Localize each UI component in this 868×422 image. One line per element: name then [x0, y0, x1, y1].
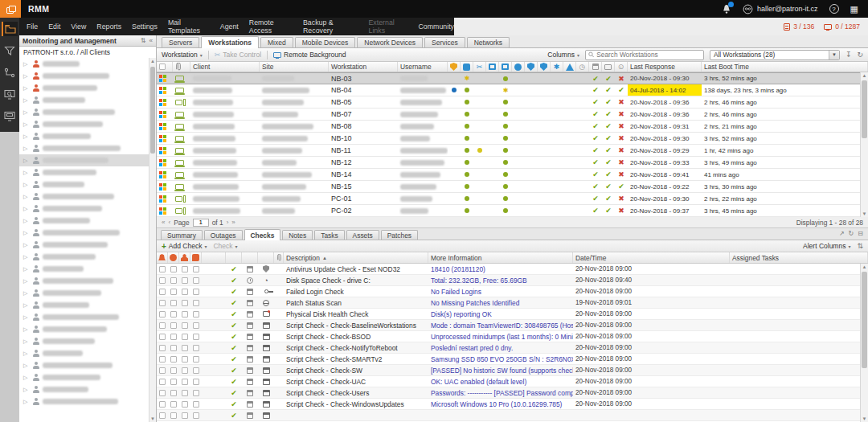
alert-checkbox[interactable] [170, 390, 177, 396]
last-boot-column-header[interactable]: Last Boot Time [702, 62, 868, 72]
panel-tab-outages[interactable]: Outages [204, 230, 243, 240]
alert-checkbox[interactable] [170, 334, 177, 340]
client-item[interactable]: ▷ [19, 82, 149, 94]
web-protection-column-icon[interactable] [512, 62, 525, 72]
workstation-row[interactable]: NB-11✔✔✖20-Nov-2018 - 09:291 hr, 42 mins… [157, 145, 860, 157]
client-item[interactable]: ▷ [19, 383, 149, 395]
alert-checkbox[interactable] [182, 401, 188, 408]
alert-checkbox[interactable] [159, 367, 166, 374]
rmm-logo-icon[interactable] [0, 0, 21, 18]
check-row[interactable]: ✔◔Disk Space Check - drive C:Total: 232.… [157, 275, 860, 286]
client-item[interactable]: ▷ [19, 335, 149, 347]
expand-caret-icon[interactable]: ▷ [23, 399, 29, 405]
sidebar-scrollbar[interactable]: ▲ ▼ [149, 58, 156, 422]
refresh-icon[interactable]: ↻ [857, 51, 863, 59]
help-icon[interactable]: ? [829, 4, 839, 14]
tab-networks[interactable]: Networks [467, 37, 510, 47]
check-row[interactable]: ✔Script Check - Check-SW[PASSED] No hist… [157, 365, 860, 376]
workstation-row[interactable]: NB-10✔✔✖20-Nov-2018 - 09:303 hrs, 52 min… [157, 133, 860, 145]
tab-services[interactable]: Services [424, 37, 465, 47]
add-check-button[interactable]: + Add Check ▾ [162, 242, 207, 251]
last-page-icon[interactable]: » [231, 219, 235, 226]
expand-caret-icon[interactable]: ▷ [23, 242, 29, 248]
alert-checkbox[interactable] [193, 300, 199, 306]
check-more-information-link[interactable]: Passwords: ----------- [PASSED] Password… [428, 387, 573, 398]
check-more-information-link[interactable]: Samsung SSD 850 EVO 250GB S/N : S2R6N0X4… [428, 354, 573, 364]
expand-caret-icon[interactable]: ▷ [23, 290, 29, 297]
file-transfer-column-icon[interactable] [499, 62, 512, 72]
client-item[interactable]: ▷ [19, 118, 149, 130]
scroll-down-icon[interactable]: ▼ [861, 416, 868, 421]
client-item[interactable]: ▷ [19, 227, 149, 239]
scroll-down-icon[interactable]: ▼ [149, 416, 156, 421]
menu-file[interactable]: File [27, 23, 38, 31]
workstations-count-group[interactable]: 0 / 1287 [824, 23, 860, 31]
expand-caret-icon[interactable]: ▷ [23, 61, 29, 68]
alert-checkbox[interactable] [170, 401, 177, 408]
workstation-filter-select[interactable]: All Workstations (28) ▼ [710, 50, 840, 60]
notes-column-header[interactable] [173, 62, 190, 72]
alert-checkbox[interactable] [182, 356, 188, 363]
alert-checkbox[interactable] [193, 356, 199, 363]
check-row[interactable]: ✔Script Check - Check-WindowsUpdatesMicr… [157, 399, 860, 410]
alert-checkbox[interactable] [193, 311, 199, 318]
alert-checkbox[interactable] [182, 334, 188, 340]
scroll-up-icon[interactable]: ▲ [861, 264, 868, 269]
alert-checkbox[interactable] [159, 334, 166, 340]
panel-tab-notes[interactable]: Notes [282, 230, 313, 240]
tab-mixed[interactable]: Mixed [260, 37, 293, 47]
workstation-row[interactable]: NB-05✔✔✖20-Nov-2018 - 09:362 hrs, 46 min… [157, 96, 860, 109]
menu-reports[interactable]: Reports [96, 23, 121, 31]
alert-checkbox[interactable] [159, 322, 166, 329]
scrollbar-thumb[interactable] [862, 80, 867, 138]
alert-checkbox[interactable] [193, 266, 199, 272]
panel-tab-assets[interactable]: Assets [346, 230, 379, 240]
client-item[interactable]: ▷ [19, 251, 149, 263]
alert-checkbox[interactable] [182, 367, 188, 374]
pop-out-icon[interactable]: ↗ [839, 230, 845, 237]
previous-page-icon[interactable]: ‹ [168, 219, 170, 226]
scroll-up-icon[interactable]: ▲ [149, 59, 156, 64]
alert-checkbox[interactable] [159, 390, 166, 396]
alert-checkbox[interactable] [170, 322, 177, 329]
expand-caret-icon[interactable]: ▷ [23, 145, 29, 152]
panel-tab-summary[interactable]: Summary [161, 230, 203, 240]
client-item[interactable]: ▷ [19, 323, 149, 335]
scheduled-alert-column-header[interactable] [168, 252, 179, 263]
all-clients-root[interactable]: PATRON-IT s.r.o. / All Clients [19, 47, 156, 57]
client-item[interactable]: ▷ [19, 106, 149, 118]
tab-servers[interactable]: Servers [162, 37, 199, 47]
search-input[interactable] [596, 51, 701, 59]
alert-checkbox[interactable] [159, 266, 166, 272]
sidebar-collapse-icon[interactable]: « [149, 37, 153, 44]
client-item[interactable]: ▷ [19, 130, 149, 142]
expand-caret-icon[interactable]: ▷ [23, 278, 29, 285]
alert-checkbox[interactable] [193, 277, 199, 284]
alert-checkbox[interactable] [182, 322, 188, 329]
check-more-information-link[interactable]: Unprocessed minidumps (last 1 months): 0… [428, 331, 573, 342]
check-row[interactable]: ✔Script Check - Check-BaselineWorkstatio… [157, 320, 860, 331]
expand-caret-icon[interactable]: ▷ [23, 73, 29, 80]
alert-checkbox[interactable] [193, 390, 199, 396]
alert-checkbox[interactable] [193, 401, 199, 408]
client-item[interactable]: ▷ [19, 94, 149, 106]
alert-checkbox[interactable] [182, 345, 188, 351]
alert-checkbox[interactable] [170, 289, 177, 295]
checks-calendar-column-icon[interactable] [589, 62, 602, 72]
expand-caret-icon[interactable]: ▷ [23, 206, 29, 212]
description-column-header[interactable]: Description▲ [284, 252, 428, 263]
alert-checkbox[interactable] [170, 277, 177, 284]
alert-checkbox[interactable] [182, 379, 188, 385]
tab-mobile-devices[interactable]: Mobile Devices [295, 37, 356, 47]
expand-caret-icon[interactable]: ▷ [23, 218, 29, 224]
expand-caret-icon[interactable]: ▷ [23, 266, 29, 272]
page-input[interactable] [193, 219, 209, 227]
check-more-information-link[interactable]: Microsoft Windows 10 Pro (10.0.16299.785… [428, 399, 573, 409]
alert-checkbox[interactable] [170, 356, 177, 363]
remote-search-icon[interactable] [2, 87, 18, 101]
check-row[interactable]: ✔Script Check - Check-UsersPasswords: --… [157, 387, 860, 399]
next-page-icon[interactable]: › [227, 219, 229, 226]
expand-caret-icon[interactable]: ▷ [23, 109, 29, 116]
alert-checkbox[interactable] [170, 367, 177, 374]
check-more-information-link[interactable] [428, 410, 573, 420]
